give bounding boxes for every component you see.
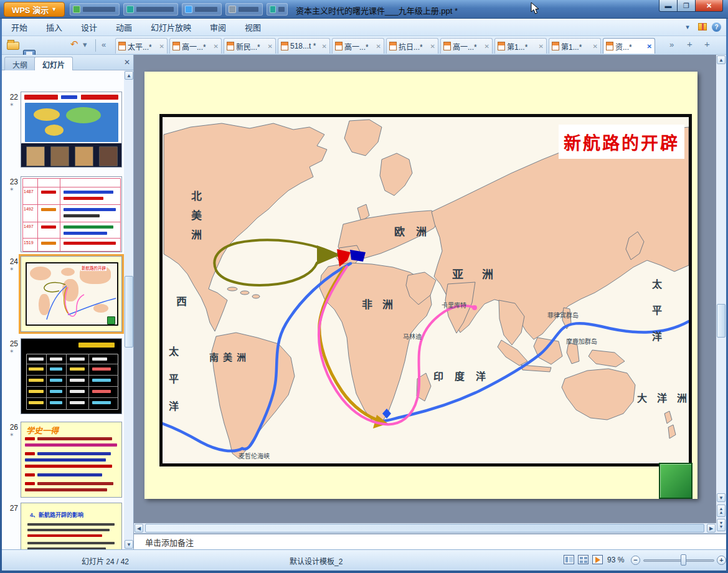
close-icon[interactable]: ✕ xyxy=(593,43,598,50)
main-vertical-scrollbar[interactable]: ▲ ▼ ▲▲ ▼▼ xyxy=(716,55,726,533)
wps-app-button[interactable]: WPS 演示 ▼ xyxy=(4,2,65,17)
map-label-malindi: 马林迪 xyxy=(403,331,422,341)
menu-home[interactable]: 开始 xyxy=(2,18,37,36)
close-button[interactable]: ✕ xyxy=(696,0,723,12)
close-icon[interactable]: ✕ xyxy=(647,43,652,50)
open-file-icon[interactable] xyxy=(7,42,19,50)
zoom-in-icon[interactable]: + xyxy=(717,556,726,565)
doc-tab-label: 太平...* xyxy=(128,41,158,52)
doc-tab[interactable]: 新民...* ✕ xyxy=(224,38,276,54)
slide-thumbnail-25[interactable] xyxy=(21,338,122,414)
slide-thumbnail-24[interactable]: 新航路的开辟 xyxy=(21,256,122,332)
zoom-out-icon[interactable]: − xyxy=(631,556,640,565)
continents xyxy=(164,120,689,458)
menu-slideshow[interactable]: 幻灯片放映 xyxy=(141,18,201,36)
thumbnail-list: 22 ✶ 23 ✶ xyxy=(2,70,124,549)
slide-thumbnail-27[interactable]: 4、新航路开辟的影响 xyxy=(21,503,122,549)
undo-icon[interactable]: ↶ xyxy=(70,39,78,50)
thumbnail-text-line xyxy=(81,95,118,100)
slide-sorter-view-icon[interactable] xyxy=(578,555,589,564)
next-slide-icon[interactable]: ▼▼ xyxy=(717,519,726,531)
menu-insert[interactable]: 插入 xyxy=(37,18,72,36)
doc-tab[interactable]: 第1...* ✕ xyxy=(549,38,601,54)
doc-tab[interactable]: 第1...* ✕ xyxy=(494,38,547,54)
panel-scrollbar[interactable]: ▲ ▼ xyxy=(124,70,134,549)
close-icon[interactable]: ✕ xyxy=(539,43,544,50)
maximize-button[interactable]: ❐ xyxy=(678,0,696,12)
titlebar-doc-chip[interactable] xyxy=(182,3,222,16)
scroll-up-icon[interactable]: ▲ xyxy=(125,71,133,80)
slide-thumbnail-23[interactable]: 1487 1492 1497 1519 xyxy=(21,176,122,252)
close-icon[interactable]: ✕ xyxy=(268,43,273,50)
tab-outline[interactable]: 大纲 xyxy=(4,57,35,70)
close-icon[interactable]: ✕ xyxy=(485,43,489,50)
thumbnail-text-line xyxy=(41,191,56,194)
titlebar-doc-chip[interactable] xyxy=(225,3,263,16)
tab-scroll-right-icon[interactable]: » xyxy=(669,40,674,49)
portrait-image xyxy=(26,146,45,166)
doc-tab[interactable]: 抗日...* ✕ xyxy=(386,38,438,54)
doc-tab[interactable]: 高一...* ✕ xyxy=(332,38,384,54)
close-icon[interactable]: ✕ xyxy=(159,43,164,50)
map-label-pacific-left: 太平洋 xyxy=(165,346,180,429)
chevron-down-icon[interactable]: ▾ xyxy=(682,21,693,32)
doc-tab[interactable]: 高一...* ✕ xyxy=(440,38,493,54)
normal-view-icon[interactable] xyxy=(564,555,574,564)
minimize-button[interactable]: ▬ xyxy=(659,0,678,12)
map-label-atlantic: 西 xyxy=(176,293,187,308)
slideshow-view-icon[interactable] xyxy=(592,555,603,564)
previous-slide-icon[interactable]: ▲▲ xyxy=(717,504,726,517)
new-tab-icon[interactable]: + xyxy=(687,39,693,49)
wps-app-button-label: WPS 演示 xyxy=(12,4,49,16)
animation-star-icon: ✶ xyxy=(9,266,18,272)
menu-view[interactable]: 视图 xyxy=(235,18,270,36)
doc-tab[interactable]: 518...t * ✕ xyxy=(278,38,330,54)
menu-review[interactable]: 审阅 xyxy=(201,18,235,36)
thumbnail-text-line xyxy=(61,95,77,99)
zoom-slider-track[interactable] xyxy=(643,559,714,562)
close-icon[interactable]: ✕ xyxy=(376,43,381,50)
close-icon[interactable]: ✕ xyxy=(322,43,327,50)
close-icon[interactable]: ✕ xyxy=(430,43,435,50)
template-name[interactable]: 默认设计模板_2 xyxy=(290,556,343,566)
horizontal-scrollbar-thumb[interactable] xyxy=(145,524,704,533)
slide-thumbnail-26[interactable]: 学史一得 xyxy=(21,422,122,498)
panel-close-icon[interactable]: ✕ xyxy=(124,58,130,67)
notes-area[interactable]: 单击添加备注 xyxy=(134,533,726,549)
slide-thumbnail-22[interactable] xyxy=(21,92,122,168)
doc-tab-label: 资...* xyxy=(615,41,645,52)
menu-design[interactable]: 设计 xyxy=(72,18,106,36)
scroll-down-icon[interactable]: ▼ xyxy=(125,540,133,549)
titlebar-doc-chip[interactable] xyxy=(123,3,178,16)
doc-tab-active[interactable]: 资...* ✕ xyxy=(603,38,655,54)
doc-tab[interactable]: 高一...* ✕ xyxy=(169,38,222,54)
add-document-icon[interactable]: + xyxy=(704,39,710,49)
close-icon[interactable]: ✕ xyxy=(214,43,219,50)
slide-canvas[interactable]: 北美洲 欧洲 亚洲 非洲 南美洲 印度洋 大洋洲 太平洋 太平洋 西 卡里库特 … xyxy=(144,72,697,499)
help-icon[interactable]: ? xyxy=(712,22,721,32)
panel-scrollbar-thumb[interactable] xyxy=(125,276,133,348)
thumbnail-text-line xyxy=(37,473,102,476)
slide-title[interactable]: 新航路的开辟 xyxy=(559,125,684,159)
main-scrollbar-thumb[interactable] xyxy=(717,304,726,338)
thumbnail-text-line xyxy=(50,390,62,393)
titlebar-doc-chip[interactable] xyxy=(70,3,120,16)
map-label-pacific-right: 太平洋 xyxy=(648,279,663,358)
zoom-slider-thumb[interactable] xyxy=(681,554,686,566)
gift-icon[interactable] xyxy=(698,23,707,31)
main-horizontal-scrollbar[interactable]: ◀ ▶ xyxy=(134,523,716,533)
scroll-left-icon[interactable]: ◀ xyxy=(135,524,143,533)
green-rectangle-shape[interactable] xyxy=(659,463,693,499)
doc-tab[interactable]: 太平...* ✕ xyxy=(115,38,168,54)
thumbnail-text-line xyxy=(64,191,113,194)
menu-animation[interactable]: 动画 xyxy=(106,18,141,36)
table-year: 1492 xyxy=(24,207,34,211)
map-label-philippines: 菲律宾群岛 xyxy=(547,310,579,320)
scroll-down-icon[interactable]: ▼ xyxy=(717,493,726,502)
scroll-right-icon[interactable]: ▶ xyxy=(707,524,716,533)
tab-scroll-left-icon[interactable]: « xyxy=(102,40,106,49)
tab-slides[interactable]: 幻灯片 xyxy=(34,57,73,70)
redo-dropdown-icon[interactable]: ▾ xyxy=(83,40,87,49)
scroll-up-icon[interactable]: ▲ xyxy=(717,55,726,64)
zoom-level[interactable]: 93 % xyxy=(607,556,624,564)
